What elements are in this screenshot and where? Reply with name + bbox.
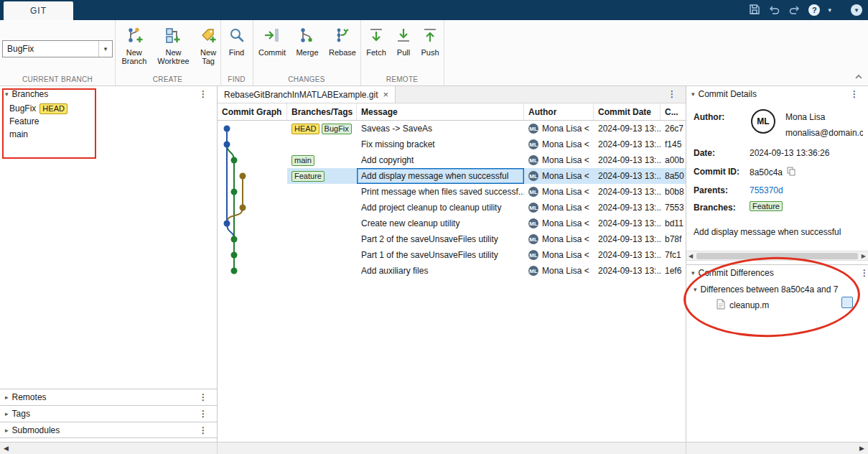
- push-button[interactable]: Push: [418, 24, 442, 57]
- group-current-branch: BugFix ▾ CURRENT BRANCH: [0, 20, 116, 85]
- chevron-right-icon[interactable]: ▸: [5, 427, 9, 434]
- chevron-down-icon[interactable]: ▾: [98, 41, 112, 57]
- submodules-section[interactable]: ▸ Submodules ⋮: [0, 422, 217, 438]
- table-row[interactable]: Print message when files saved successf.…: [218, 184, 686, 200]
- commit-label: Commit: [258, 48, 286, 57]
- table-row[interactable]: Create new cleanup utility MLMona Lisa <…: [218, 216, 686, 231]
- close-tab-icon[interactable]: ×: [383, 90, 389, 99]
- save-icon[interactable]: [749, 4, 760, 17]
- undo-icon[interactable]: [768, 4, 780, 17]
- branch-badge: Feature: [750, 201, 783, 211]
- merge-label: Merge: [296, 48, 318, 57]
- col-commit-id[interactable]: C...: [661, 103, 686, 120]
- table-row[interactable]: Add project cleanup to cleanup utility M…: [218, 200, 686, 216]
- git-toolstrip: BugFix ▾ CURRENT BRANCH New Branch New W…: [0, 20, 868, 86]
- rebase-label: Rebase: [329, 48, 356, 57]
- kebab-menu-icon[interactable]: ⋮: [860, 268, 868, 278]
- scroll-left-icon[interactable]: ◀: [4, 445, 9, 452]
- col-message[interactable]: Message: [357, 103, 524, 120]
- chevron-right-icon[interactable]: ▸: [5, 394, 9, 401]
- parent-commit-link[interactable]: 755370d: [750, 185, 783, 195]
- find-button[interactable]: Find: [223, 24, 250, 57]
- diff-file-row[interactable]: cleanup.m: [717, 299, 769, 312]
- commit-message: Add copyright: [357, 152, 524, 168]
- kebab-menu-icon[interactable]: ⋮: [199, 89, 207, 99]
- group-find: Find FIND: [220, 20, 253, 85]
- scroll-right-icon[interactable]: ▶: [862, 253, 866, 259]
- scroll-left-icon[interactable]: ◀: [689, 253, 693, 259]
- branch-item-bugfix[interactable]: BugFix HEAD: [0, 102, 217, 115]
- table-row[interactable]: HEAD BugFix Saveas -> SaveAs MLMona Lisa…: [218, 121, 686, 136]
- col-author[interactable]: Author: [524, 103, 594, 120]
- document-tab-bar: RebaseGitBranchInMATLABExample.git × ⋮: [218, 86, 686, 103]
- merge-button[interactable]: Merge: [291, 24, 323, 57]
- current-branch-dropdown[interactable]: BugFix ▾: [2, 40, 113, 57]
- commit-date: 2024-09-13 13:...: [594, 216, 661, 231]
- col-commit-graph[interactable]: Commit Graph: [218, 103, 287, 120]
- branch-item-main[interactable]: main: [0, 128, 217, 141]
- commit-message: Saveas -> SaveAs: [357, 121, 524, 136]
- section-label-remote: REMOTE: [360, 75, 444, 83]
- commit-button[interactable]: Commit: [256, 24, 289, 57]
- table-row[interactable]: Fix missing bracket MLMona Lisa < 2024-0…: [218, 136, 686, 152]
- merge-icon: [298, 26, 317, 47]
- collapse-ribbon-icon[interactable]: [854, 72, 863, 82]
- copy-icon[interactable]: [787, 167, 795, 178]
- author-email: monalisa@domain.co: [785, 128, 863, 138]
- branch-name: main: [9, 129, 28, 139]
- tags-section[interactable]: ▸ Tags ⋮: [0, 405, 217, 422]
- rebase-icon: [333, 26, 352, 47]
- chevron-right-icon[interactable]: ▸: [5, 410, 9, 417]
- col-branches-tags[interactable]: Branches/Tags: [287, 103, 357, 120]
- kebab-menu-icon[interactable]: ⋮: [668, 89, 676, 99]
- help-icon[interactable]: ?: [808, 4, 820, 16]
- commit-id: bd11: [661, 216, 686, 231]
- author-name: Mona Lisa: [785, 112, 825, 122]
- chevron-down-icon[interactable]: ▾: [828, 6, 831, 14]
- show-diff-button[interactable]: [841, 297, 853, 308]
- pull-button[interactable]: Pull: [392, 24, 415, 57]
- col-commit-date[interactable]: Commit Date: [594, 103, 661, 120]
- commit-details-header[interactable]: ▾ Commit Details ⋮: [686, 86, 868, 102]
- new-worktree-button[interactable]: New Worktree: [154, 24, 194, 65]
- branch-item-feature[interactable]: Feature: [0, 115, 217, 128]
- table-row-selected[interactable]: Feature Add display message when success…: [218, 168, 686, 184]
- commit-message-text: Add display message when successful: [694, 227, 841, 237]
- author-name: Mona Lisa <: [542, 250, 589, 260]
- kebab-menu-icon[interactable]: ⋮: [199, 425, 207, 435]
- scroll-right-icon[interactable]: ▶: [859, 445, 864, 452]
- table-row[interactable]: Part 2 of the saveUnsaveFiles utility ML…: [218, 231, 686, 247]
- chevron-down-icon[interactable]: ▾: [691, 269, 695, 277]
- new-tag-button[interactable]: New Tag: [196, 24, 220, 65]
- horizontal-scrollbar[interactable]: ◀ ▶: [686, 251, 868, 261]
- toolstrip-options-icon[interactable]: ▾: [851, 4, 862, 16]
- commit-differences-header[interactable]: ▾ Commit Differences ⋮: [686, 264, 868, 281]
- table-row[interactable]: Add auxiliary files MLMona Lisa < 2024-0…: [218, 263, 686, 279]
- chevron-down-icon[interactable]: ▾: [694, 286, 697, 293]
- new-branch-button[interactable]: New Branch: [118, 24, 151, 65]
- branches-header[interactable]: ▾ Branches ⋮: [0, 86, 217, 102]
- redo-icon[interactable]: [788, 4, 801, 17]
- commit-id: b0b8: [661, 184, 686, 200]
- repo-tab[interactable]: RebaseGitBranchInMATLABExample.git ×: [218, 86, 396, 103]
- chevron-down-icon[interactable]: ▾: [691, 91, 695, 98]
- tags-title: Tags: [12, 409, 30, 419]
- kebab-menu-icon[interactable]: ⋮: [199, 409, 207, 419]
- commit-message: Add auxiliary files: [357, 263, 524, 279]
- commit-id: 26c7: [661, 121, 686, 136]
- differences-group[interactable]: ▾ Differences between 8a50c4a and 7: [694, 284, 838, 295]
- kebab-menu-icon[interactable]: ⋮: [850, 89, 859, 99]
- branches-panel: ▾ Branches ⋮ BugFix HEAD Feature main ▸ …: [0, 86, 217, 442]
- find-label: Find: [229, 48, 244, 57]
- tab-git[interactable]: GIT: [4, 1, 73, 20]
- kebab-menu-icon[interactable]: ⋮: [199, 392, 207, 402]
- bottom-scroll-strip: ◀ ▶: [0, 442, 868, 454]
- table-row[interactable]: Part 1 of the saveUnsaveFiles utility ML…: [218, 247, 686, 263]
- scrollbar-thumb[interactable]: [696, 253, 858, 259]
- author-name: Mona Lisa <: [542, 187, 589, 197]
- table-row[interactable]: main Add copyright MLMona Lisa < 2024-09…: [218, 152, 686, 168]
- rebase-button[interactable]: Rebase: [326, 24, 359, 57]
- remotes-section[interactable]: ▸ Remotes ⋮: [0, 389, 217, 405]
- chevron-down-icon[interactable]: ▾: [5, 91, 9, 98]
- fetch-button[interactable]: Fetch: [363, 24, 389, 57]
